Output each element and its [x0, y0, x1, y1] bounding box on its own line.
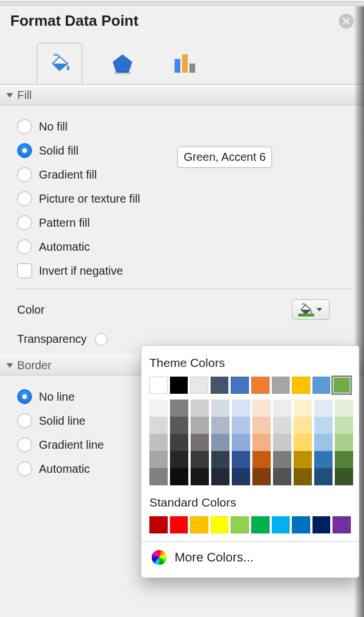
theme-color-swatch[interactable]: [170, 377, 188, 394]
checkbox-invert-negative[interactable]: [17, 263, 32, 278]
theme-shade-swatch[interactable]: [273, 417, 291, 434]
theme-shade-swatch[interactable]: [314, 468, 333, 485]
radio-no-fill[interactable]: [17, 119, 32, 134]
theme-shade-swatch[interactable]: [170, 434, 188, 451]
tab-series-options[interactable]: [163, 43, 208, 84]
standard-color-swatch[interactable]: [170, 516, 188, 533]
radio-gradient-line[interactable]: [17, 437, 32, 452]
theme-shade-swatch[interactable]: [232, 400, 250, 417]
theme-shade-swatch[interactable]: [273, 468, 291, 485]
label-no-fill[interactable]: No fill: [39, 120, 68, 133]
theme-shade-swatch[interactable]: [211, 417, 230, 434]
theme-shade-swatch[interactable]: [273, 400, 291, 417]
standard-color-swatch[interactable]: [333, 516, 351, 533]
radio-gradient-fill[interactable]: [17, 167, 32, 182]
tab-effects[interactable]: [100, 43, 145, 84]
label-solid-fill[interactable]: Solid fill: [39, 144, 78, 157]
theme-color-swatch[interactable]: [292, 377, 310, 394]
section-header-fill[interactable]: Fill: [0, 85, 364, 105]
radio-solid-line[interactable]: [17, 413, 32, 428]
theme-shade-swatch[interactable]: [335, 451, 353, 468]
theme-shade-swatch[interactable]: [294, 400, 312, 417]
radio-pattern-fill[interactable]: [17, 215, 32, 230]
color-picker-button[interactable]: [292, 299, 330, 320]
theme-shade-swatch[interactable]: [252, 400, 271, 417]
standard-color-swatch[interactable]: [251, 516, 270, 533]
theme-shade-swatch[interactable]: [191, 434, 209, 451]
close-button[interactable]: [339, 14, 354, 29]
theme-shade-swatch[interactable]: [149, 468, 168, 485]
label-no-line[interactable]: No line: [39, 390, 74, 404]
standard-color-swatch[interactable]: [312, 516, 331, 533]
theme-shade-swatch[interactable]: [170, 451, 188, 468]
theme-shade-swatch[interactable]: [149, 451, 168, 468]
label-fill-automatic[interactable]: Automatic: [39, 240, 90, 254]
theme-color-swatch[interactable]: [149, 377, 168, 394]
theme-shade-swatch[interactable]: [232, 417, 250, 434]
theme-shade-swatch[interactable]: [294, 468, 312, 485]
theme-shade-swatch[interactable]: [211, 434, 230, 451]
tab-fill-line[interactable]: [37, 43, 82, 84]
theme-shade-swatch[interactable]: [170, 417, 188, 434]
theme-shade-swatch[interactable]: [170, 468, 188, 485]
theme-shade-swatch[interactable]: [294, 434, 312, 451]
radio-fill-automatic[interactable]: [17, 239, 32, 254]
standard-color-swatch[interactable]: [149, 516, 168, 533]
radio-border-automatic[interactable]: [17, 461, 32, 476]
label-gradient-fill[interactable]: Gradient fill: [39, 168, 97, 181]
theme-shade-swatch[interactable]: [149, 400, 168, 417]
theme-shade-swatch[interactable]: [273, 434, 291, 451]
theme-shade-swatch[interactable]: [335, 417, 353, 434]
theme-color-swatch[interactable]: [312, 377, 331, 394]
label-solid-line[interactable]: Solid line: [39, 414, 85, 428]
theme-shade-swatch[interactable]: [149, 417, 168, 434]
theme-shade-swatch[interactable]: [149, 434, 168, 451]
theme-shade-swatch[interactable]: [252, 451, 271, 468]
theme-shade-swatch[interactable]: [273, 451, 291, 468]
theme-shade-swatch[interactable]: [335, 434, 353, 451]
theme-shade-swatch[interactable]: [191, 468, 209, 485]
theme-shade-swatch[interactable]: [314, 400, 333, 417]
theme-shade-swatch[interactable]: [314, 434, 333, 451]
label-border-automatic[interactable]: Automatic: [39, 462, 90, 476]
standard-color-swatch[interactable]: [272, 516, 290, 533]
label-pattern-fill[interactable]: Pattern fill: [39, 216, 90, 230]
standard-color-swatch[interactable]: [231, 516, 249, 533]
theme-shade-swatch[interactable]: [191, 451, 209, 468]
theme-color-swatch[interactable]: [231, 377, 249, 394]
transparency-slider-thumb[interactable]: [95, 333, 108, 346]
theme-shade-swatch[interactable]: [211, 400, 230, 417]
theme-color-swatch[interactable]: [333, 377, 351, 394]
theme-shade-swatch[interactable]: [252, 434, 271, 451]
theme-shade-swatch[interactable]: [170, 400, 188, 417]
theme-shade-swatch[interactable]: [252, 468, 271, 485]
theme-shade-swatch[interactable]: [335, 400, 353, 417]
theme-shade-swatch[interactable]: [211, 468, 230, 485]
radio-solid-fill[interactable]: [17, 143, 32, 158]
theme-shade-swatch[interactable]: [294, 417, 312, 434]
label-picture-fill[interactable]: Picture or texture fill: [39, 192, 140, 205]
standard-color-swatch[interactable]: [211, 516, 229, 533]
theme-shade-swatch[interactable]: [314, 417, 333, 434]
theme-shade-swatch[interactable]: [294, 451, 312, 468]
theme-color-swatch[interactable]: [190, 377, 208, 394]
theme-shade-swatch[interactable]: [314, 451, 333, 468]
theme-shade-swatch[interactable]: [191, 400, 209, 417]
theme-shade-swatch[interactable]: [232, 468, 250, 485]
theme-shade-swatch[interactable]: [232, 434, 250, 451]
more-colors-item[interactable]: More Colors...: [149, 548, 351, 567]
theme-color-swatch[interactable]: [211, 377, 229, 394]
standard-color-swatch[interactable]: [190, 516, 208, 533]
theme-color-swatch[interactable]: [251, 377, 270, 394]
theme-shade-swatch[interactable]: [211, 451, 230, 468]
theme-shade-swatch[interactable]: [232, 451, 250, 468]
radio-picture-fill[interactable]: [17, 191, 32, 206]
standard-color-swatch[interactable]: [292, 516, 310, 533]
theme-shade-swatch[interactable]: [252, 417, 271, 434]
theme-color-swatch[interactable]: [272, 377, 290, 394]
radio-no-line[interactable]: [17, 389, 32, 404]
theme-shade-swatch[interactable]: [335, 468, 353, 485]
theme-shade-swatch[interactable]: [191, 417, 209, 434]
label-invert-negative[interactable]: Invert if negative: [39, 264, 123, 278]
label-gradient-line[interactable]: Gradient line: [39, 438, 104, 452]
